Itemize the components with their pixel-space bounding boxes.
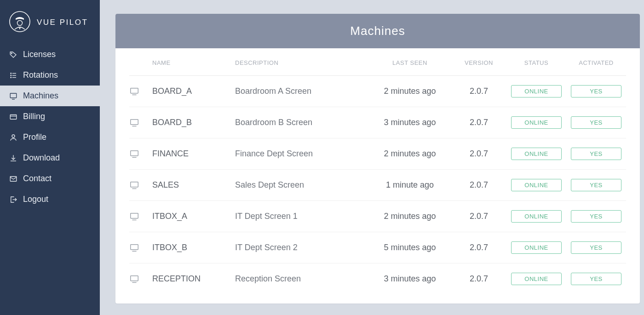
svg-rect-9 <box>10 93 17 98</box>
status-badge: ONLINE <box>511 210 562 223</box>
user-icon <box>9 133 17 142</box>
cell-activated: YES <box>566 148 626 160</box>
sidebar-item-label: Profile <box>23 132 46 142</box>
svg-rect-30 <box>131 275 138 281</box>
activated-badge: YES <box>571 241 621 254</box>
cell-status: ONLINE <box>506 241 566 254</box>
sidebar-item-label: Logout <box>23 195 48 204</box>
cell-description: Reception Screen <box>235 274 368 284</box>
svg-rect-26 <box>131 213 138 218</box>
cell-version: 2.0.7 <box>451 149 506 159</box>
svg-point-13 <box>12 135 15 137</box>
cell-description: Boardroom A Screen <box>235 86 368 96</box>
svg-point-3 <box>11 73 12 74</box>
cell-name: FINANCE <box>152 149 235 159</box>
svg-point-7 <box>11 77 12 78</box>
cell-status: ONLINE <box>506 85 566 97</box>
sidebar-item-profile[interactable]: Profile <box>0 127 100 148</box>
svg-point-1 <box>17 21 23 26</box>
cell-status: ONLINE <box>506 210 566 223</box>
page-title: Machines <box>115 14 640 48</box>
status-badge: ONLINE <box>511 148 562 160</box>
table-row[interactable]: FINANCEFinance Dept Screen2 minutes ago2… <box>129 138 626 170</box>
brand-name: VUE PILOT <box>37 18 88 27</box>
monitor-icon <box>129 86 152 97</box>
table-row[interactable]: ITBOX_AIT Dept Screen 12 minutes ago2.0.… <box>129 201 626 232</box>
cell-name: ITBOX_B <box>152 243 235 252</box>
cell-last-seen: 2 minutes ago <box>368 149 451 159</box>
activated-badge: YES <box>571 116 621 129</box>
cell-activated: YES <box>566 85 626 97</box>
sidebar-item-contact[interactable]: Contact <box>0 168 100 189</box>
svg-rect-28 <box>131 244 138 249</box>
sidebar-item-logout[interactable]: Logout <box>0 189 100 210</box>
cell-name: SALES <box>152 180 235 190</box>
header-name: NAME <box>152 59 235 66</box>
header-last-seen: LAST SEEN <box>368 59 451 66</box>
cell-activated: YES <box>566 179 626 191</box>
sidebar-item-download[interactable]: Download <box>0 148 100 168</box>
activated-badge: YES <box>571 179 621 191</box>
cell-activated: YES <box>566 116 626 129</box>
monitor-icon <box>129 212 152 222</box>
tag-icon <box>9 51 17 59</box>
cell-last-seen: 1 minute ago <box>368 180 451 190</box>
cell-status: ONLINE <box>506 116 566 129</box>
table-row[interactable]: BOARD_ABoardroom A Screen2 minutes ago2.… <box>129 76 626 107</box>
cell-status: ONLINE <box>506 148 566 160</box>
cell-last-seen: 5 minutes ago <box>368 243 451 252</box>
sidebar-nav: Licenses Rotations Machines <box>0 44 100 210</box>
cell-description: Finance Dept Screen <box>235 149 368 159</box>
cell-version: 2.0.7 <box>451 212 506 221</box>
sidebar-item-licenses[interactable]: Licenses <box>0 44 100 65</box>
header-description: DESCRIPTION <box>235 59 368 66</box>
svg-point-2 <box>11 53 12 54</box>
cell-activated: YES <box>566 210 626 223</box>
svg-point-5 <box>11 75 12 76</box>
monitor-icon <box>129 180 152 190</box>
sidebar-item-label: Billing <box>23 112 45 121</box>
cell-version: 2.0.7 <box>451 86 506 96</box>
monitor-icon <box>9 92 17 100</box>
main-content: Machines NAME DESCRIPTION LAST SEEN VERS… <box>100 0 644 315</box>
cell-activated: YES <box>566 241 626 254</box>
activated-badge: YES <box>571 273 621 285</box>
cell-name: BOARD_A <box>152 86 235 96</box>
logout-icon <box>9 195 17 204</box>
status-badge: ONLINE <box>511 116 562 129</box>
svg-rect-18 <box>131 88 138 93</box>
sidebar-item-label: Rotations <box>23 70 58 80</box>
header-version: VERSION <box>451 59 506 66</box>
brand-logo: VUE PILOT <box>0 0 100 44</box>
table-header: NAME DESCRIPTION LAST SEEN VERSION STATU… <box>129 48 626 76</box>
cell-description: Sales Dept Screen <box>235 180 368 190</box>
sidebar-item-label: Contact <box>23 174 52 183</box>
status-badge: ONLINE <box>511 241 562 254</box>
activated-badge: YES <box>571 85 621 97</box>
card-icon <box>9 113 17 121</box>
cell-version: 2.0.7 <box>451 274 506 284</box>
table-row[interactable]: SALESSales Dept Screen1 minute ago2.0.7O… <box>129 170 626 201</box>
table-row[interactable]: ITBOX_BIT Dept Screen 25 minutes ago2.0.… <box>129 232 626 263</box>
cell-version: 2.0.7 <box>451 180 506 190</box>
table-body: BOARD_ABoardroom A Screen2 minutes ago2.… <box>129 76 626 294</box>
table-row[interactable]: BOARD_BBoardroom B Screen3 minutes ago2.… <box>129 107 626 138</box>
sidebar-item-label: Download <box>23 153 60 163</box>
monitor-icon <box>129 118 152 128</box>
table-row[interactable]: RECEPTIONReception Screen3 minutes ago2.… <box>129 263 626 294</box>
svg-rect-24 <box>131 182 138 187</box>
monitor-icon <box>129 274 152 284</box>
cell-last-seen: 2 minutes ago <box>368 86 451 96</box>
sidebar-item-rotations[interactable]: Rotations <box>0 65 100 86</box>
header-status: STATUS <box>506 59 566 66</box>
cell-description: Boardroom B Screen <box>235 118 368 127</box>
list-icon <box>9 71 17 80</box>
sidebar: VUE PILOT Licenses Rotations <box>0 0 100 315</box>
sidebar-item-billing[interactable]: Billing <box>0 106 100 127</box>
monitor-icon <box>129 243 152 253</box>
machines-table: NAME DESCRIPTION LAST SEEN VERSION STATU… <box>115 48 640 304</box>
sidebar-item-machines[interactable]: Machines <box>0 86 100 106</box>
status-badge: ONLINE <box>511 273 562 285</box>
cell-activated: YES <box>566 273 626 285</box>
sidebar-item-label: Licenses <box>23 50 56 59</box>
